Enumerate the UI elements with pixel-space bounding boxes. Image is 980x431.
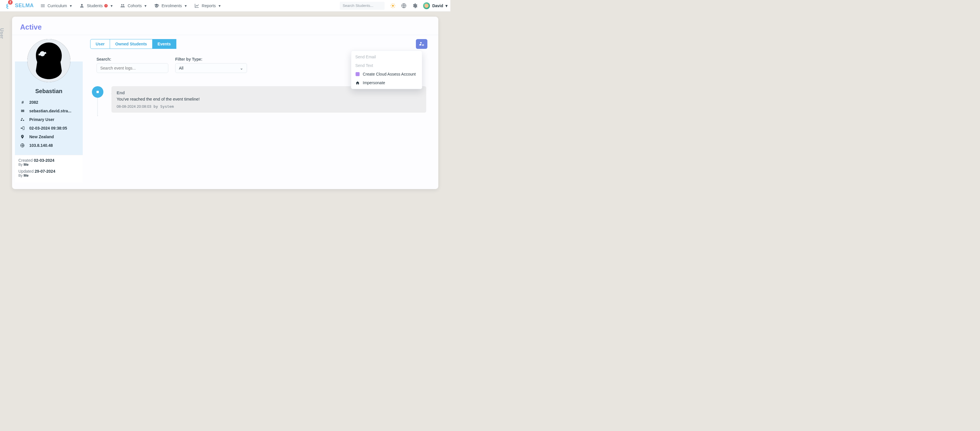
event-search-input[interactable] xyxy=(97,63,168,73)
user-icon xyxy=(79,3,84,8)
svg-line-8 xyxy=(391,7,392,8)
user-name: David xyxy=(432,3,443,8)
svg-line-5 xyxy=(391,4,392,4)
action-send-email[interactable]: Send Email xyxy=(351,53,422,61)
profile-meta: Created 02-03-2024 By Me Updated 29-07-2… xyxy=(15,155,83,183)
nav-label: Students xyxy=(87,3,103,8)
user-gear-icon xyxy=(20,117,25,122)
user-gear-icon xyxy=(419,41,425,47)
svg-point-0 xyxy=(392,5,394,6)
caret-down-icon: ▾ xyxy=(185,3,187,8)
theme-toggle[interactable] xyxy=(390,3,396,9)
profile-role: Primary User xyxy=(18,115,80,124)
caret-down-icon: ▾ xyxy=(219,3,221,8)
action-create-cloud-assess[interactable]: Create Cloud Assess Account xyxy=(351,70,422,78)
svg-rect-14 xyxy=(97,91,99,93)
profile-email: ✉sebastian.david.stra... xyxy=(18,107,80,115)
globe-icon xyxy=(20,143,25,148)
select-value: All xyxy=(179,66,183,70)
event-search: Search: xyxy=(97,57,168,73)
notifications-button[interactable]: 2 xyxy=(3,2,11,10)
timeline-body: You've reached the end of the event time… xyxy=(117,97,421,101)
user-actions-menu: Send Email Send Text Create Cloud Assess… xyxy=(351,51,422,89)
profile-last-login: 02-03-2024 09:38:05 xyxy=(18,124,80,132)
profile-avatar xyxy=(27,39,70,82)
svg-line-6 xyxy=(394,7,395,8)
chevron-down-icon: ⌄ xyxy=(240,66,243,70)
caret-down-icon: ▾ xyxy=(445,3,447,8)
timeline-item: End You've reached the end of the event … xyxy=(111,86,426,113)
action-impersonate[interactable]: Impersonate xyxy=(351,78,422,87)
search-label: Search: xyxy=(97,57,168,61)
caret-down-icon: ▾ xyxy=(70,3,72,8)
nav-label: Cohorts xyxy=(127,3,142,8)
timeline-end-dot xyxy=(92,86,103,98)
nav-label: Enrolments xyxy=(161,3,182,8)
nav-cohorts[interactable]: Cohorts ▾ xyxy=(120,3,146,8)
building-icon xyxy=(355,80,360,85)
nav-curriculum[interactable]: Curriculum ▾ xyxy=(40,3,72,8)
settings-button[interactable] xyxy=(412,3,418,9)
filter-label: Filter by Type: xyxy=(175,57,247,61)
timeline-meta: 08-08-2024 20:08:03 by System xyxy=(117,104,421,109)
tab-user[interactable]: User xyxy=(90,39,110,49)
user-avatar xyxy=(423,2,430,9)
side-tab-label[interactable]: User xyxy=(0,28,4,39)
mail-icon: ✉ xyxy=(20,109,25,113)
timeline-title: End xyxy=(117,90,421,95)
profile-first-name: Sebastian xyxy=(18,88,80,94)
nav-reports[interactable]: Reports ▾ xyxy=(194,3,221,8)
graduation-cap-icon xyxy=(154,3,159,8)
top-nav: 2 SELMA Curriculum ▾ Students ! ▾ Cohort… xyxy=(0,0,450,11)
nav-label: Curriculum xyxy=(48,3,67,8)
location-icon xyxy=(20,134,25,139)
user-actions-button[interactable] xyxy=(416,39,427,49)
profile-ip: 103.8.140.48 xyxy=(18,141,80,150)
tab-owned-students[interactable]: Owned Students xyxy=(110,39,152,49)
menu-icon xyxy=(40,3,45,8)
language-button[interactable] xyxy=(401,3,407,9)
tab-events[interactable]: Events xyxy=(153,39,177,49)
profile-country: New Zealand xyxy=(18,132,80,141)
action-send-text[interactable]: Send Text xyxy=(351,61,422,70)
user-menu[interactable]: David ▾ xyxy=(423,2,447,9)
global-search-input[interactable] xyxy=(340,2,385,10)
event-timeline: End You've reached the end of the event … xyxy=(92,86,426,113)
main-nav: Curriculum ▾ Students ! ▾ Cohorts ▾ Enro… xyxy=(40,3,221,8)
caret-down-icon: ▾ xyxy=(145,3,146,8)
user-card: Active Sebastian #2082 ✉sebastian.david.… xyxy=(12,17,438,189)
brand-logo[interactable]: SELMA xyxy=(15,3,34,9)
users-icon xyxy=(120,3,125,8)
stop-icon xyxy=(95,89,100,94)
svg-line-7 xyxy=(394,4,395,4)
event-type-filter: Filter by Type: All ⌄ xyxy=(175,57,247,73)
nav-enrolments[interactable]: Enrolments ▾ xyxy=(154,3,187,8)
event-type-select[interactable]: All ⌄ xyxy=(175,63,247,73)
detail-panel: User Owned Students Events Send Email Se… xyxy=(90,39,433,183)
shield-icon xyxy=(355,72,360,77)
alert-badge: ! xyxy=(104,4,108,8)
profile-id: #2082 xyxy=(18,98,80,107)
nav-label: Reports xyxy=(202,3,216,8)
chart-icon xyxy=(194,3,199,8)
login-icon xyxy=(20,126,25,131)
notification-count: 2 xyxy=(8,0,13,5)
top-utility-icons xyxy=(390,3,418,9)
user-status: Active xyxy=(20,23,430,31)
profile-panel: Sebastian #2082 ✉sebastian.david.stra...… xyxy=(15,39,83,183)
caret-down-icon: ▾ xyxy=(111,3,113,8)
hash-icon: # xyxy=(20,100,25,105)
nav-students[interactable]: Students ! ▾ xyxy=(79,3,113,8)
